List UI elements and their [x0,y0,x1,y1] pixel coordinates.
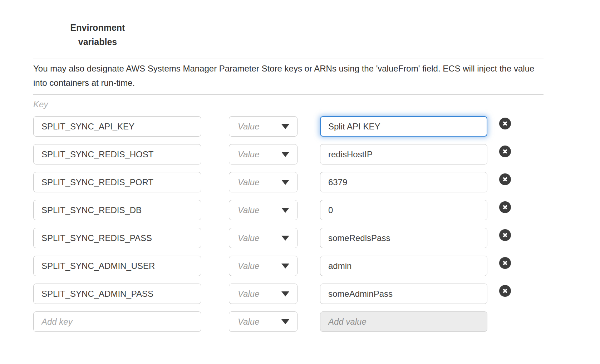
delete-env-var-button[interactable] [499,173,511,185]
delete-env-var-button[interactable] [499,257,511,269]
env-type-select[interactable]: Value [229,116,297,137]
divider [33,94,544,95]
circled-x-icon [502,176,508,183]
caret-down-icon [281,208,289,213]
delete-env-var-button[interactable] [499,285,511,297]
env-value-input[interactable] [320,256,487,276]
caret-down-icon [281,152,289,157]
caret-down-icon [281,291,289,296]
env-type-selected-value: Value [238,149,260,159]
divider [33,59,544,59]
circled-x-icon [502,120,508,127]
env-var-row: Value [33,256,544,276]
env-type-select[interactable]: Value [229,144,297,164]
env-type-selected-value: Value [238,233,260,243]
env-key-input[interactable] [33,256,201,276]
env-type-select[interactable]: Value [229,172,297,192]
env-type-selected-value: Value [238,177,260,187]
env-key-input[interactable] [33,144,201,164]
env-key-input[interactable] [33,172,201,192]
env-value-input[interactable] [320,144,487,164]
env-type-select[interactable]: Value [229,228,297,248]
env-var-row: Value [33,144,544,164]
caret-down-icon [281,319,289,324]
caret-down-icon [281,180,289,185]
env-type-selected-value: Value [238,205,260,215]
env-type-select[interactable]: Value [229,256,297,276]
env-type-select[interactable]: Value [229,284,297,304]
section-title: Environment variables [66,20,129,49]
env-var-row: Value [33,284,544,304]
env-type-selected-value: Value [238,289,260,299]
env-type-selected-value: Value [238,261,260,271]
caret-down-icon [281,264,289,269]
circled-x-icon [502,232,508,238]
env-var-rows: Value Value Va [33,116,544,332]
env-var-row: Value [33,228,544,248]
env-value-input[interactable] [320,200,487,220]
delete-env-var-button[interactable] [499,229,511,241]
env-type-selected-value: Value [238,122,260,132]
circled-x-icon [502,287,508,294]
delete-env-var-button[interactable] [499,201,511,213]
env-key-input[interactable] [33,284,201,304]
environment-variables-section: Environment variables You may also desig… [0,20,600,332]
env-type-select[interactable]: Value [229,311,297,332]
caret-down-icon [281,236,289,241]
env-key-input[interactable] [33,200,201,220]
circled-x-icon [502,148,508,155]
env-var-row: Value [33,200,544,220]
env-value-input[interactable] [320,172,487,192]
env-value-input[interactable] [320,284,487,304]
env-key-input[interactable] [33,116,201,137]
env-type-select[interactable]: Value [229,200,297,220]
circled-x-icon [502,204,508,211]
key-column-label: Key [33,99,544,109]
env-type-selected-value: Value [238,317,260,327]
env-value-input[interactable] [320,116,487,137]
delete-env-var-button[interactable] [499,118,511,129]
env-var-row: Value [33,172,544,192]
delete-env-var-button[interactable] [499,146,511,157]
section-description: You may also designate AWS Systems Manag… [33,62,544,90]
env-var-row: Value [33,311,544,332]
env-value-input[interactable] [320,311,487,332]
circled-x-icon [502,260,508,266]
env-var-row: Value [33,116,544,137]
env-key-input[interactable] [33,311,201,332]
caret-down-icon [281,124,289,129]
env-value-input[interactable] [320,228,487,248]
env-key-input[interactable] [33,228,201,248]
